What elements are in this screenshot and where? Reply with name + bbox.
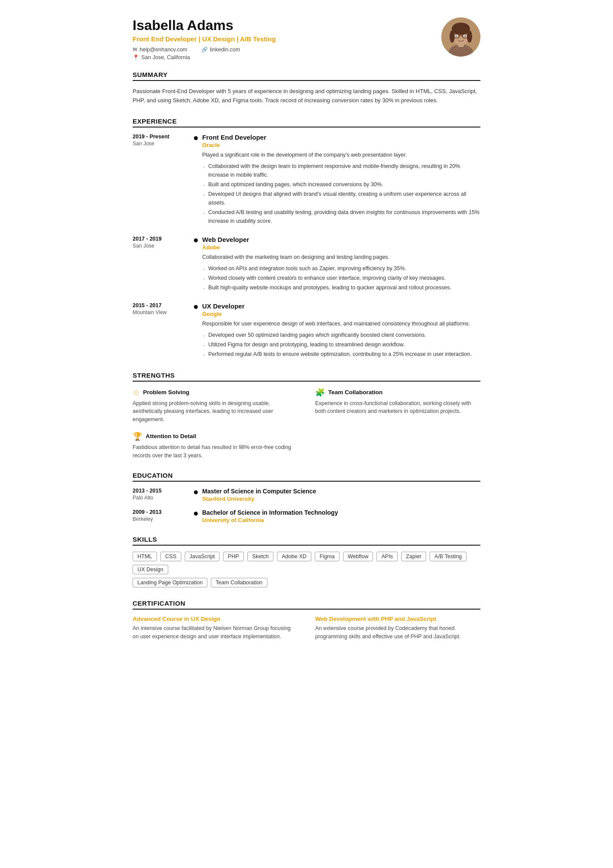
strength-title-1: Team Collaboration xyxy=(328,389,383,395)
strength-item-1: 🧩 Team Collaboration Experience in cross… xyxy=(315,388,480,424)
strength-header-2: 🏆 Attention to Detail xyxy=(133,432,298,441)
edu-degree-0: Master of Science in Computer Science xyxy=(202,488,480,495)
summary-title: SUMMARY xyxy=(133,71,480,81)
skills-row-1: HTMLCSSJavaScriptPHPSketchAdobe XDFigmaW… xyxy=(133,552,480,574)
exp-bullet-0-0: Collaborated with the design team to imp… xyxy=(202,162,480,179)
svg-point-5 xyxy=(450,30,455,43)
skill-tag-r1-3: PHP xyxy=(223,552,244,561)
puzzle-icon: 🧩 xyxy=(315,388,325,397)
edu-location-1: Berkeley xyxy=(133,516,189,522)
exp-bullets-1: Worked on APIs and integration tools suc… xyxy=(202,264,480,292)
exp-job-title-1: Web Developer xyxy=(202,236,480,243)
strength-desc-2: Fastidious attention to detail has resul… xyxy=(133,443,298,460)
exp-company-1: Adobe xyxy=(202,244,480,251)
exp-row-2: 2015 - 2017 Mountain View UX Developer G… xyxy=(133,302,480,359)
exp-location-0: San Jose xyxy=(133,141,189,147)
exp-dot-col-1 xyxy=(189,236,202,293)
link-icon: 🔗 xyxy=(201,47,208,53)
cert-title-1: Web Development with PHP and JavaScript xyxy=(315,616,480,622)
strengths-section: STRENGTHS ☆ Problem Solving Applied stro… xyxy=(133,372,480,460)
summary-section: SUMMARY Passionate Front-End Developer w… xyxy=(133,71,480,105)
exp-bullet-0-1: Built and optimized landing pages, which… xyxy=(202,180,480,189)
skill-tag-r1-5: Adobe XD xyxy=(277,552,311,561)
avatar xyxy=(441,17,480,57)
skill-tag-r1-2: JavaScript xyxy=(185,552,220,561)
edu-row-1: 2009 - 2013 Berkeley Bachelor of Science… xyxy=(133,509,480,523)
edu-date-1: 2009 - 2013 xyxy=(133,509,189,515)
location-icon: 📍 xyxy=(133,54,139,60)
candidate-title: Front End Developer | UX Design | A/B Te… xyxy=(133,35,441,43)
strength-item-0: ☆ Problem Solving Applied strong problem… xyxy=(133,388,298,424)
exp-bullets-0: Collaborated with the design team to imp… xyxy=(202,162,480,225)
education-section: EDUCATION 2013 - 2015 Palo Alto Master o… xyxy=(133,472,480,523)
skill-tag-r1-6: Figma xyxy=(315,552,340,561)
skill-tag-r1-1: CSS xyxy=(160,552,181,561)
exp-bullet-0-3: Conducted A/B testing and usability test… xyxy=(202,208,480,225)
exp-dot-col-2 xyxy=(189,302,202,359)
exp-content-2: UX Developer Google Responsible for user… xyxy=(202,302,480,359)
edu-date-col-0: 2013 - 2015 Palo Alto xyxy=(133,488,189,502)
certification-section: CERTIFICATION Advanced Course in UX Desi… xyxy=(133,600,480,641)
exp-bullet-1-0: Worked on APIs and integration tools suc… xyxy=(202,264,480,273)
strengths-title: STRENGTHS xyxy=(133,372,480,382)
trophy-icon: 🏆 xyxy=(133,432,142,441)
cert-desc-1: An extensive course provided by Codecade… xyxy=(315,624,480,641)
exp-job-title-0: Front End Developer xyxy=(202,134,480,141)
exp-desc-2: Responsible for user experience design o… xyxy=(202,319,480,328)
skills-row-2: Landing Page OptimizationTeam Collaborat… xyxy=(133,578,480,587)
edu-content-1: Bachelor of Science in Information Techn… xyxy=(202,509,480,523)
exp-dot-0 xyxy=(194,136,198,140)
edu-date-0: 2013 - 2015 xyxy=(133,488,189,494)
skill-tag-r2-1: Team Collaboration xyxy=(211,578,267,587)
svg-point-6 xyxy=(467,30,472,43)
exp-desc-1: Collaborated with the marketing team on … xyxy=(202,253,480,261)
header: Isabella Adams Front End Developer | UX … xyxy=(133,17,480,60)
edu-date-col-1: 2009 - 2013 Berkeley xyxy=(133,509,189,523)
exp-location-2: Mountain View xyxy=(133,309,189,315)
exp-location-1: San Jose xyxy=(133,243,189,249)
edu-degree-1: Bachelor of Science in Information Techn… xyxy=(202,509,480,516)
exp-date-0: 2019 - Present xyxy=(133,134,189,140)
exp-job-title-2: UX Developer xyxy=(202,302,480,310)
experience-section: EXPERIENCE 2019 - Present San Jose Front… xyxy=(133,117,480,359)
svg-point-12 xyxy=(455,35,457,37)
exp-bullet-2-0: Developed over 50 optimized landing page… xyxy=(202,331,480,339)
email-value: help@enhancv.com xyxy=(140,47,187,53)
exp-company-2: Google xyxy=(202,311,480,317)
email-info: ✉ help@enhancv.com xyxy=(133,46,187,53)
edu-dot-col-1 xyxy=(189,509,202,523)
edu-dot-col-0 xyxy=(189,488,202,502)
edu-school-0: Stanford University xyxy=(202,496,480,502)
skills-title: SKILLS xyxy=(133,536,480,546)
location-value: San Jose, California xyxy=(141,54,190,60)
exp-date-2: 2015 - 2017 xyxy=(133,302,189,308)
education-title: EDUCATION xyxy=(133,472,480,482)
candidate-name: Isabella Adams xyxy=(133,17,441,34)
exp-company-0: Oracle xyxy=(202,142,480,148)
strength-desc-1: Experience in cross-functional collabora… xyxy=(315,399,480,416)
exp-desc-0: Played a significant role in the develop… xyxy=(202,151,480,159)
edu-school-1: University of California xyxy=(202,517,480,523)
linkedin-info: 🔗 linkedin.com xyxy=(201,46,240,53)
skill-tag-r1-0: HTML xyxy=(133,552,157,561)
strength-header-1: 🧩 Team Collaboration xyxy=(315,388,480,397)
edu-row-0: 2013 - 2015 Palo Alto Master of Science … xyxy=(133,488,480,502)
edu-dot-0 xyxy=(194,490,198,494)
email-icon: ✉ xyxy=(133,46,137,53)
linkedin-value: linkedin.com xyxy=(210,47,240,53)
exp-bullet-2-2: Performed regular A/B tests to ensure we… xyxy=(202,350,480,359)
cert-item-1: Web Development with PHP and JavaScript … xyxy=(315,616,480,641)
skill-tag-r1-8: APIs xyxy=(376,552,397,561)
exp-row-0: 2019 - Present San Jose Front End Develo… xyxy=(133,134,480,226)
exp-dot-2 xyxy=(194,305,198,309)
svg-point-13 xyxy=(464,35,466,37)
exp-bullet-0-2: Developed UI designs that aligned with b… xyxy=(202,190,480,207)
strength-item-2: 🏆 Attention to Detail Fastidious attenti… xyxy=(133,432,298,460)
exp-dot-col-0 xyxy=(189,134,202,226)
header-contact: ✉ help@enhancv.com 🔗 linkedin.com xyxy=(133,46,441,53)
skill-tag-r1-7: Webflow xyxy=(343,552,373,561)
skill-tag-r1-9: Zapier xyxy=(401,552,426,561)
exp-bullet-2-1: Utilized Figma for design and prototypin… xyxy=(202,340,480,349)
cert-item-0: Advanced Course in UX Design An intensiv… xyxy=(133,616,298,641)
exp-date-1: 2017 - 2019 xyxy=(133,236,189,242)
